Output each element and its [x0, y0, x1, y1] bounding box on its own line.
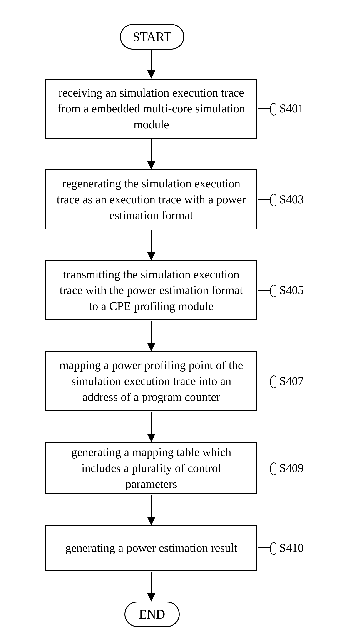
step-s403: regenerating the simulation execution tr…	[46, 170, 257, 230]
label-s410: S410	[280, 541, 304, 554]
label-s401: S401	[280, 102, 304, 115]
arrow-s405-s407-line	[150, 321, 152, 344]
step-s407: mapping a power profiling point of the s…	[46, 351, 257, 411]
flowchart-canvas: START receiving an simulation execution …	[0, 0, 343, 644]
label-s401-connector	[258, 108, 270, 109]
label-s403-connector	[258, 199, 270, 200]
label-s409: S409	[280, 461, 304, 475]
step-s405: transmitting the simulation execution tr…	[46, 260, 257, 320]
label-s403: S403	[280, 193, 304, 206]
start-terminator: START	[120, 24, 184, 50]
label-s401-curve	[270, 103, 278, 116]
arrow-start-s401-head	[147, 70, 155, 78]
arrow-s409-s410-head	[147, 517, 155, 525]
label-s405-connector	[258, 290, 270, 290]
label-s407-connector	[258, 381, 270, 382]
label-s405: S405	[280, 284, 304, 297]
arrow-s407-s409-head	[147, 434, 155, 442]
arrow-s409-s410-line	[150, 495, 152, 518]
step-s410-text: generating a power estimation result	[66, 540, 237, 556]
step-s401-text: receiving an simulation execution trace …	[56, 85, 247, 133]
step-s401: receiving an simulation execution trace …	[46, 78, 257, 138]
arrow-s410-end-line	[150, 572, 152, 594]
step-s409: generating a mapping table which include…	[46, 442, 257, 494]
end-label: END	[139, 607, 165, 622]
arrow-s403-s405-line	[150, 230, 152, 253]
label-s403-curve	[270, 194, 278, 206]
step-s407-text: mapping a power profiling point of the s…	[56, 357, 247, 405]
arrow-s401-s403-head	[147, 161, 155, 170]
step-s410: generating a power estimation result	[46, 525, 257, 571]
label-s410-connector	[258, 548, 270, 548]
arrow-s407-s409-line	[150, 412, 152, 435]
arrow-s410-end-head	[147, 593, 155, 602]
label-s409-connector	[258, 468, 270, 468]
start-label: START	[133, 30, 172, 44]
step-s405-text: transmitting the simulation execution tr…	[56, 266, 247, 314]
end-terminator: END	[124, 602, 180, 627]
label-s410-curve	[270, 542, 278, 555]
step-s409-text: generating a mapping table which include…	[56, 444, 247, 492]
step-s403-text: regenerating the simulation execution tr…	[56, 176, 247, 224]
arrow-s401-s403-line	[150, 140, 152, 162]
arrow-s403-s405-head	[147, 252, 155, 260]
arrow-start-s401-line	[150, 48, 152, 71]
arrow-s405-s407-head	[147, 343, 155, 351]
label-s405-curve	[270, 285, 278, 297]
label-s409-curve	[270, 462, 278, 475]
label-s407-curve	[270, 376, 278, 388]
label-s407: S407	[280, 374, 304, 388]
